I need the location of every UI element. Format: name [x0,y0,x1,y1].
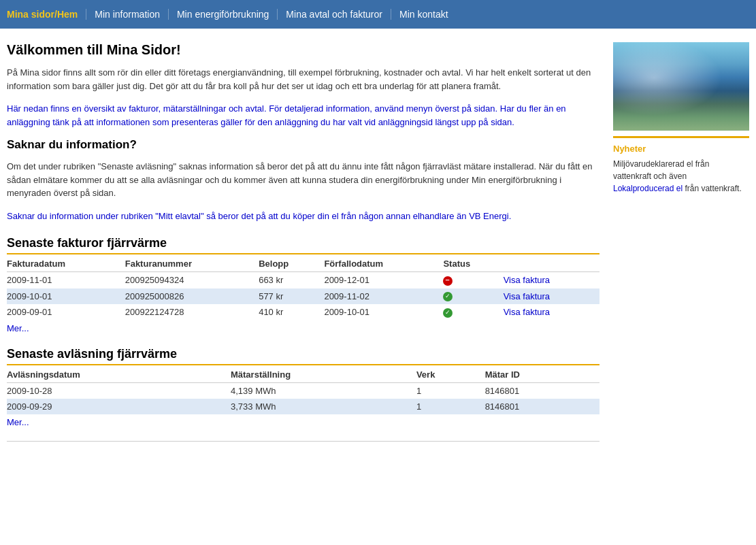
invoice-amount: 663 kr [259,272,324,288]
status-green-icon [443,292,453,301]
invoice-number: 200925094324 [125,272,259,288]
sidebar-image-inner [613,42,749,131]
col-forfallodatum: Förfallodatum [324,256,443,272]
nav-item-info[interactable]: Min information [86,9,169,20]
invoice-due: 2009-12-01 [324,272,443,288]
invoices-mer-link[interactable]: Mer... [7,323,29,333]
content-area: Välkommen till Mina Sidor! På Mina sidor… [7,42,599,442]
invoice-row: 2009-09-01 200922124728 410 kr 2009-10-0… [7,304,599,320]
col-fakturanummer: Fakturanummer [125,256,259,272]
reading-date: 2009-10-28 [7,382,231,399]
col-status: Status [443,256,503,272]
readings-table: Avläsningsdatum Mätarställning Verk Mäta… [7,367,599,414]
sidebar-news-title: Nyheter [613,144,749,154]
col-fakturadatum: Fakturadatum [7,256,125,272]
intro-paragraph-1: På Mina sidor finns allt som rör din ell… [7,66,599,93]
invoices-table: Fakturadatum Fakturanummer Belopp Förfal… [7,256,599,320]
welcome-title: Välkommen till Mina Sidor! [7,42,599,58]
bottom-divider [7,441,599,442]
visa-faktura-link[interactable]: Visa faktura [504,307,550,317]
status-red-icon [443,276,453,286]
reading-row: 2009-09-29 3,733 MWh 1 8146801 [7,399,599,414]
readings-section: Senaste avläsning fjärrvärme Avläsningsd… [7,347,599,427]
reading-verk: 1 [416,382,485,399]
invoices-header-row: Fakturadatum Fakturanummer Belopp Förfal… [7,256,599,272]
invoice-amount: 410 kr [259,304,324,320]
invoice-link-cell: Visa faktura [504,288,599,305]
invoice-date: 2009-11-01 [7,272,125,288]
invoices-title: Senaste fakturor fjärrvärme [7,236,599,254]
sidebar: Nyheter Miljövarudeklarerad el från vatt… [613,42,749,442]
sidebar-news-text-1: Miljövarudeklarerad el från vattenkraft … [613,159,709,181]
col-matar-id: Mätar ID [485,367,599,383]
sidebar-news-content: Miljövarudeklarerad el från vattenkraft … [613,158,749,195]
nav-item-home[interactable]: Mina sidor/Hem [7,9,86,20]
reading-value: 4,139 MWh [231,382,416,399]
col-action [504,256,599,272]
invoice-date: 2009-10-01 [7,288,125,305]
invoice-due: 2009-11-02 [324,288,443,305]
invoice-status [443,288,503,305]
col-avlasningsdatum: Avläsningsdatum [7,367,231,383]
main-container: Välkommen till Mina Sidor! På Mina sidor… [0,29,756,448]
visa-faktura-link[interactable]: Visa faktura [504,275,550,285]
invoice-row: 2009-11-01 200925094324 663 kr 2009-12-0… [7,272,599,288]
invoice-number: 200925000826 [125,288,259,305]
visa-faktura-link[interactable]: Visa faktura [504,291,550,301]
intro-paragraph-2: Här nedan finns en översikt av fakturor,… [7,102,599,129]
status-green-icon [443,308,453,318]
invoices-section: Senaste fakturor fjärrvärme Fakturadatum… [7,236,599,333]
missing-info-text1: Om det under rubriken "Senaste avläsning… [7,160,599,200]
missing-info-title: Saknar du information? [7,138,599,152]
reading-row: 2009-10-28 4,139 MWh 1 8146801 [7,382,599,399]
invoice-row: 2009-10-01 200925000826 577 kr 2009-11-0… [7,288,599,305]
invoice-status [443,304,503,320]
readings-header-row: Avläsningsdatum Mätarställning Verk Mäta… [7,367,599,383]
nav-item-contracts[interactable]: Mina avtal och fakturor [278,9,391,20]
invoice-due: 2009-10-01 [324,304,443,320]
readings-title: Senaste avläsning fjärrvärme [7,347,599,365]
nav-item-energy[interactable]: Min energiförbrukning [169,9,278,20]
reading-id: 8146801 [485,382,599,399]
col-verk: Verk [416,367,485,383]
invoice-amount: 577 kr [259,288,324,305]
reading-id: 8146801 [485,399,599,414]
invoice-number: 200922124728 [125,304,259,320]
sidebar-divider [613,136,749,138]
invoice-link-cell: Visa faktura [504,272,599,288]
invoice-status [443,272,503,288]
nav-item-contact[interactable]: Min kontakt [391,9,457,20]
reading-date: 2009-09-29 [7,399,231,414]
sidebar-image [613,42,749,131]
col-matarstaellning: Mätarställning [231,367,416,383]
reading-verk: 1 [416,399,485,414]
main-navigation: Mina sidor/Hem Min information Min energ… [0,0,756,29]
invoice-date: 2009-09-01 [7,304,125,320]
sidebar-news-link[interactable]: Lokalproducerad el [613,184,683,193]
reading-value: 3,733 MWh [231,399,416,414]
col-belopp: Belopp [259,256,324,272]
readings-mer-link[interactable]: Mer... [7,417,29,427]
invoice-link-cell: Visa faktura [504,304,599,320]
sidebar-news-text-2: från vattenkraft. [683,184,742,193]
missing-info-text2: Saknar du information under rubriken "Mi… [7,210,599,223]
